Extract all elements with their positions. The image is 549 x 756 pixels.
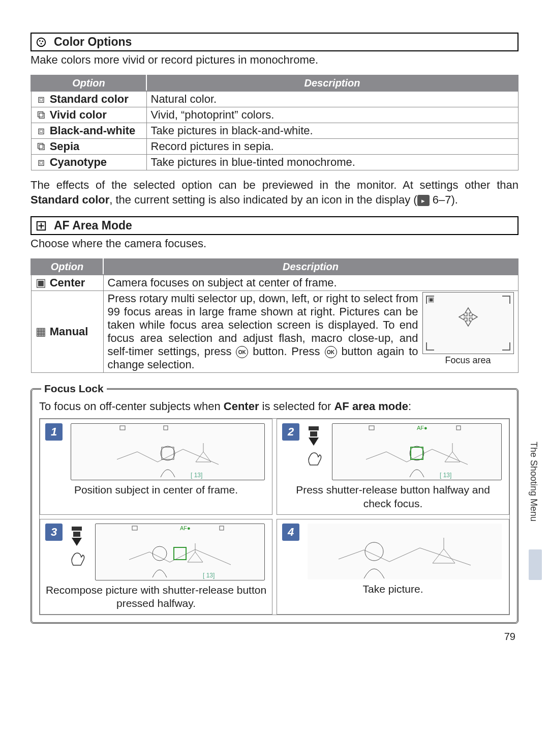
svg-rect-26 xyxy=(174,547,186,560)
svg-text:AF●: AF● xyxy=(417,425,428,431)
step-number: 1 xyxy=(45,423,63,441)
table-row: ⧈ Black-and-white Take pictures in black… xyxy=(31,123,518,139)
option-label: Sepia xyxy=(50,140,80,153)
color-options-table: Option Description ⧈ Standard color Natu… xyxy=(30,75,518,170)
table-row: ▣ Center Camera focuses on subject at ce… xyxy=(31,275,518,291)
mode-icon: ⧈ xyxy=(36,156,47,169)
option-desc: Vivid, “photoprint” colors. xyxy=(146,107,518,123)
svg-point-25 xyxy=(152,546,167,561)
col-header-description: Description xyxy=(103,259,518,275)
svg-point-11 xyxy=(161,446,175,460)
option-label: Vivid color xyxy=(50,108,107,121)
ok-button-icon: OK xyxy=(236,346,248,358)
section-header-color-options: Color Options xyxy=(30,33,518,51)
svg-marker-7 xyxy=(459,308,477,326)
step-scene-illustration xyxy=(308,524,502,579)
svg-text:[ 13]: [ 13] xyxy=(203,572,215,579)
mode-icon: ⧉ xyxy=(36,108,47,122)
option-desc: Camera focuses on subject at center of f… xyxy=(103,275,518,291)
col-header-option: Option xyxy=(31,259,103,275)
step-number: 4 xyxy=(282,524,299,541)
section-title: AF Area Mode xyxy=(54,219,132,232)
option-label: Cyanotype xyxy=(50,156,107,168)
focus-brackets-icon xyxy=(36,220,47,231)
focus-lock-step: 1 [ 13] Position subject in center of fr… xyxy=(40,419,272,515)
svg-point-2 xyxy=(42,40,43,42)
shutter-press-icon xyxy=(303,426,324,467)
svg-rect-9 xyxy=(164,426,168,430)
focus-center-icon: ▣ xyxy=(36,276,47,289)
display-ref-icon: ▸ xyxy=(417,195,430,206)
option-desc: Record pictures in sepia. xyxy=(146,139,518,155)
step-caption: Position subject in center of frame. xyxy=(74,483,238,497)
svg-rect-21 xyxy=(132,526,137,530)
side-tab-indicator xyxy=(529,549,542,580)
text: , the current setting is also indicated … xyxy=(109,193,417,206)
preview-paragraph: The effects of the selected option can b… xyxy=(30,178,518,207)
mode-icon: ⧈ xyxy=(36,124,47,137)
col-header-option: Option xyxy=(31,75,146,91)
focus-lock-step: 2 AF● [ 13] xyxy=(277,419,509,515)
option-desc: Natural color. xyxy=(146,91,518,107)
text: 6–7). xyxy=(430,193,458,206)
svg-text:[ 13]: [ 13] xyxy=(191,472,202,479)
step-caption: Press shutter-release button halfway and… xyxy=(282,483,504,510)
table-row: ⧉ Vivid color Vivid, “photoprint” colors… xyxy=(31,107,518,123)
ok-button-icon: OK xyxy=(325,346,337,358)
svg-rect-12 xyxy=(162,447,174,459)
text: The effects of the selected option can b… xyxy=(30,179,518,191)
option-label: Black-and-white xyxy=(50,124,136,137)
svg-rect-14 xyxy=(369,426,374,430)
table-row: ⧈ Standard color Natural color. xyxy=(31,91,518,107)
selector-cursor-icon xyxy=(458,307,478,327)
table-row: ▦ Manual Press rotary multi selector up,… xyxy=(31,291,518,373)
svg-rect-23 xyxy=(220,526,224,530)
step-scene-illustration: AF● [ 13] xyxy=(95,524,265,580)
option-desc: Take pictures in blue-tinted monochrome. xyxy=(146,155,518,170)
mode-icon: ⧈ xyxy=(36,93,47,106)
option-desc: Press rotary multi selector up, down, le… xyxy=(103,291,518,373)
section-subtitle: Make colors more vivid or record picture… xyxy=(30,53,518,67)
svg-point-3 xyxy=(41,43,42,44)
svg-rect-16 xyxy=(456,426,461,430)
step-number: 2 xyxy=(282,423,299,441)
section-subtitle: Choose where the camera focuses. xyxy=(30,237,518,250)
text: button. Press xyxy=(248,345,324,358)
option-label: Manual xyxy=(50,325,88,338)
option-desc: Take pictures in black-and-white. xyxy=(146,123,518,139)
section-title: Color Options xyxy=(54,35,132,49)
focus-lock-steps-grid: 1 [ 13] Position subject in center of fr… xyxy=(39,418,510,615)
focus-lock-step: 3 AF● [ 13] xyxy=(40,519,272,615)
af-area-mode-table: Option Description ▣ Center Camera focus… xyxy=(30,258,518,373)
text: To focus on off-center subjects when xyxy=(39,400,224,413)
palette-icon xyxy=(36,37,47,48)
mode-icon: ⧉ xyxy=(36,140,47,153)
svg-point-18 xyxy=(410,446,424,460)
focus-lock-step: 4 Take picture. xyxy=(277,519,509,615)
option-label: Standard color xyxy=(50,93,129,105)
svg-text:AF●: AF● xyxy=(180,525,191,531)
step-scene-illustration: [ 13] xyxy=(71,423,265,480)
diagram-label: Focus area xyxy=(422,355,514,366)
text-bold: AF area mode xyxy=(334,400,408,413)
focus-lock-intro: To focus on off-center subjects when Cen… xyxy=(39,400,510,413)
text-bold: Center xyxy=(224,400,259,413)
page-number: 79 xyxy=(30,631,518,643)
section-header-af-area-mode: AF Area Mode xyxy=(30,216,518,235)
svg-point-1 xyxy=(39,40,41,41)
text-bold: Standard color xyxy=(30,193,109,206)
focus-manual-icon: ▦ xyxy=(36,325,47,338)
svg-text:[ 13]: [ 13] xyxy=(440,472,451,479)
side-tab-label: The Shooting Menu xyxy=(527,438,540,526)
text: is selected for xyxy=(259,400,334,413)
step-caption: Take picture. xyxy=(362,583,423,596)
table-row: ⧈ Cyanotype Take pictures in blue-tinted… xyxy=(31,155,518,170)
step-caption: Recompose picture with shutter-release b… xyxy=(45,584,267,610)
focus-lock-title: Focus Lock xyxy=(41,383,107,395)
focus-area-diagram: ▣ Focus area xyxy=(422,292,514,371)
shutter-press-icon xyxy=(67,527,87,567)
focus-lock-box: Focus Lock To focus on off-center subjec… xyxy=(30,388,518,624)
step-number: 3 xyxy=(45,524,63,541)
table-row: ⧉ Sepia Record pictures in sepia. xyxy=(31,139,518,155)
step-scene-illustration: AF● [ 13] xyxy=(332,423,502,480)
